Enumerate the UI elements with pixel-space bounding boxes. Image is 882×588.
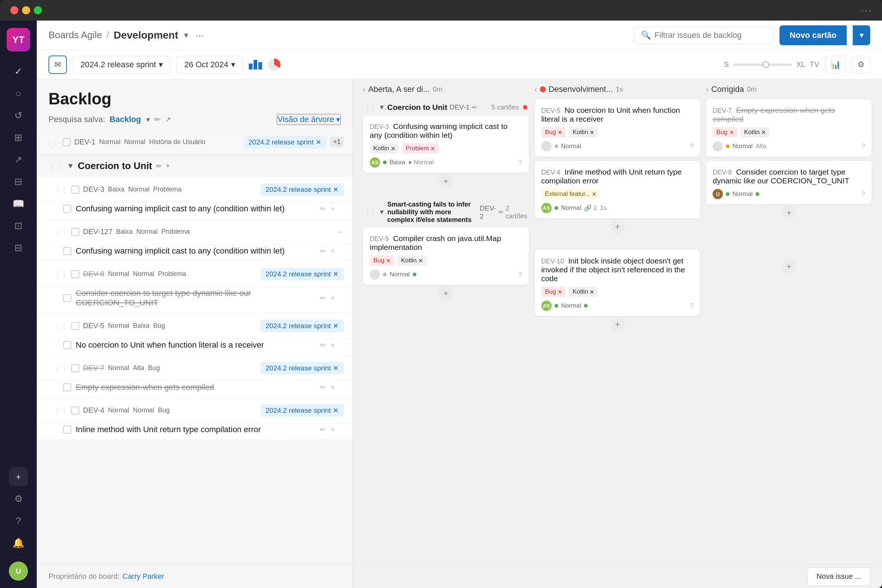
- tag-remove-icon[interactable]: ✕: [592, 191, 597, 198]
- tag-remove-icon[interactable]: ✕: [391, 145, 395, 152]
- add-card-button[interactable]: +: [610, 220, 624, 234]
- user-avatar[interactable]: U: [9, 561, 28, 580]
- bug-tag[interactable]: Bug ✕: [542, 127, 566, 138]
- issue-title[interactable]: Confusing warning implicit cast to any (…: [76, 246, 315, 256]
- sprint-tag[interactable]: 2024.2 release sprint ✕: [261, 362, 344, 375]
- issue-id[interactable]: DEV-3: [83, 185, 104, 194]
- add-icon[interactable]: +: [330, 341, 335, 350]
- epic-edit-icon[interactable]: ✏: [156, 162, 162, 171]
- issue-checkbox[interactable]: [63, 205, 71, 213]
- sidebar-item-settings[interactable]: ⚙: [9, 489, 28, 508]
- add-card-button[interactable]: +: [610, 318, 624, 332]
- search-input[interactable]: [654, 30, 766, 40]
- sprint-tag[interactable]: 2024.2 release sprint ✕: [243, 136, 326, 148]
- tag-remove-icon[interactable]: ✕: [386, 257, 391, 264]
- add-icon[interactable]: +: [330, 294, 335, 303]
- board-card[interactable]: DEV-9 Compiler crash on java.util.Map im…: [363, 228, 529, 285]
- col-collapse-icon[interactable]: ‹: [363, 86, 365, 93]
- nova-issue-button[interactable]: Nova issue ...: [807, 567, 870, 585]
- sprint-selector[interactable]: 2024.2 release sprint ▾: [73, 56, 171, 74]
- edit-icon[interactable]: ✏: [320, 247, 326, 255]
- issue-checkbox[interactable]: [63, 294, 71, 302]
- sprint-tag-remove[interactable]: ✕: [333, 406, 339, 414]
- tag-remove-icon[interactable]: ✕: [729, 129, 734, 136]
- issue-checkbox[interactable]: [63, 426, 71, 434]
- edit-icon[interactable]: ✏: [320, 425, 326, 434]
- tag-remove-icon[interactable]: ✕: [558, 129, 562, 136]
- mail-button[interactable]: ✉: [48, 56, 67, 74]
- add-card-button[interactable]: +: [782, 206, 796, 220]
- footer-owner-link[interactable]: Carry Parker: [122, 572, 164, 580]
- sidebar-item-grid[interactable]: ⊟: [9, 172, 28, 191]
- sidebar-item-notifications[interactable]: 🔔: [9, 533, 28, 552]
- sidebar-item-inbox[interactable]: ⊡: [9, 216, 28, 235]
- issue-id[interactable]: DEV-5: [83, 322, 104, 330]
- sprint-tag-remove[interactable]: ✕: [333, 322, 339, 330]
- ext-tag[interactable]: External featur... ✕: [542, 189, 600, 199]
- tag-remove-icon[interactable]: ✕: [761, 129, 766, 136]
- issue-checkbox[interactable]: [71, 364, 80, 372]
- issue-checkbox[interactable]: [71, 186, 80, 194]
- view-chart-button[interactable]: 📊: [825, 56, 846, 74]
- edit-icon[interactable]: ✏: [320, 204, 326, 213]
- saved-search-dropdown[interactable]: ▾: [146, 115, 150, 124]
- kotlin-tag[interactable]: Kotlin ✕: [370, 143, 399, 154]
- backlog-saved-search-link[interactable]: Backlog: [110, 115, 141, 124]
- issue-checkbox[interactable]: [71, 270, 80, 278]
- add-card-button[interactable]: +: [439, 286, 453, 300]
- tag-remove-icon[interactable]: ✕: [558, 288, 562, 296]
- sidebar-item-history[interactable]: ↺: [9, 106, 28, 125]
- sprint-tag-remove[interactable]: ✕: [333, 186, 339, 194]
- add-card-button[interactable]: +: [439, 174, 453, 188]
- project-more-icon[interactable]: ···: [195, 29, 204, 41]
- board-card[interactable]: DEV-5 No coercion to Unit when function …: [535, 99, 700, 156]
- bar-chart-icon[interactable]: [249, 60, 262, 69]
- sidebar-item-add[interactable]: +: [9, 467, 28, 486]
- sprint-tag[interactable]: 2024.2 release sprint ✕: [261, 183, 344, 196]
- add-icon[interactable]: +: [330, 426, 335, 434]
- close-button[interactable]: [10, 6, 18, 14]
- col-collapse-icon[interactable]: ‹: [706, 86, 708, 93]
- issue-title[interactable]: Confusing warning implicit cast to any (…: [76, 204, 315, 213]
- issue-id[interactable]: DEV-7: [83, 364, 104, 372]
- external-link-icon[interactable]: ↗: [165, 115, 171, 124]
- issue-checkbox[interactable]: [71, 228, 80, 236]
- sidebar-item-check[interactable]: ✓: [9, 62, 28, 81]
- issue-id[interactable]: DEV-4: [83, 406, 104, 414]
- question-icon[interactable]: ?: [690, 302, 694, 310]
- novo-cartao-button[interactable]: Novo cartão: [780, 26, 847, 45]
- issue-checkbox[interactable]: [63, 383, 71, 392]
- col-collapse-icon[interactable]: ‹: [535, 86, 537, 93]
- kotlin-tag[interactable]: Kotlin ✕: [569, 127, 598, 138]
- kotlin-tag[interactable]: Kotlin ✕: [569, 286, 598, 297]
- kotlin-tag[interactable]: Kotlin ✕: [741, 127, 770, 138]
- question-icon[interactable]: ?: [518, 270, 522, 279]
- issue-id[interactable]: DEV-8: [83, 270, 104, 278]
- sprint-tag-remove[interactable]: ✕: [333, 270, 339, 278]
- view-settings-button[interactable]: ⚙: [852, 56, 870, 74]
- sidebar-item-globe[interactable]: ○: [9, 84, 28, 103]
- add-icon[interactable]: +: [330, 205, 335, 213]
- issue-title[interactable]: No coercion to Unit when function litera…: [76, 340, 315, 350]
- date-selector[interactable]: 26 Oct 2024 ▾: [176, 56, 243, 74]
- tree-view-button[interactable]: Visão de árvore ▾: [277, 114, 340, 125]
- novo-cartao-dropdown[interactable]: ▾: [853, 26, 870, 45]
- question-icon[interactable]: ?: [690, 142, 694, 150]
- epic-edit-icon[interactable]: ✏: [472, 104, 477, 111]
- bug-tag[interactable]: Bug ✕: [542, 286, 566, 297]
- sprint-tag-remove[interactable]: ✕: [316, 138, 321, 146]
- bug-tag[interactable]: Bug ✕: [370, 255, 394, 266]
- board-card[interactable]: DEV-3 Confusing warning implicit cast to…: [363, 116, 529, 173]
- sprint-tag[interactable]: 2024.2 release sprint ✕: [261, 404, 344, 417]
- issue-id[interactable]: DEV-1: [74, 138, 96, 146]
- edit-icon[interactable]: ✏: [320, 340, 326, 350]
- edit-icon[interactable]: ✏: [320, 383, 326, 392]
- question-icon[interactable]: ?: [861, 142, 865, 150]
- edit-icon[interactable]: ✏: [320, 294, 326, 303]
- app-logo[interactable]: YT: [7, 28, 30, 51]
- tag-remove-icon[interactable]: ✕: [590, 129, 594, 136]
- slider-track[interactable]: [733, 64, 792, 66]
- issue-title[interactable]: Inline method with Unit return type comp…: [76, 425, 315, 434]
- slider-thumb[interactable]: [763, 62, 769, 68]
- breadcrumb-project[interactable]: Development: [114, 29, 178, 41]
